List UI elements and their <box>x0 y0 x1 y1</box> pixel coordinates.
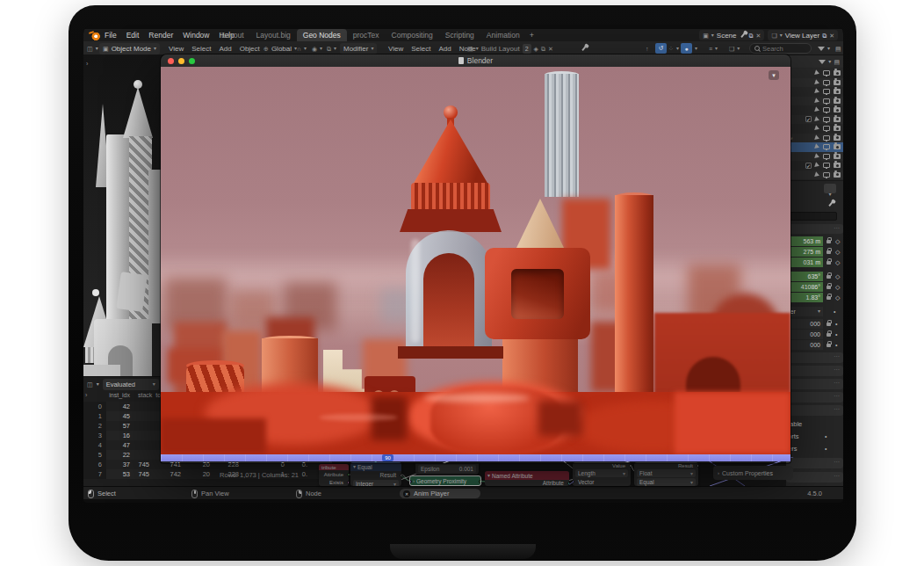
epsilon-field[interactable]: Epsilon 0.001 <box>418 465 476 473</box>
selectable-cursor-icon[interactable] <box>814 134 820 141</box>
viewport-visibility-icon[interactable] <box>823 126 830 131</box>
user-count-badge[interactable]: 2 <box>523 44 531 54</box>
breadcrumb-dropdown[interactable]: ▾ <box>824 184 836 193</box>
render-visibility-icon[interactable] <box>834 144 841 149</box>
close-traffic-light[interactable] <box>168 58 174 64</box>
menu-window[interactable]: Window <box>183 31 209 40</box>
overlay-selector[interactable]: ●▾ <box>681 41 697 55</box>
scene-selector[interactable]: ▣ ▾ Scene ⧉ ✕ <box>699 30 764 40</box>
mode-selector[interactable]: ▣ Object Mode ▾ <box>99 41 160 55</box>
socket-dot-green[interactable] <box>347 473 349 476</box>
filter-button[interactable]: ▾ <box>818 41 830 55</box>
pin-toggle[interactable] <box>581 41 588 55</box>
search-input[interactable] <box>762 45 806 53</box>
animate-dot-icon[interactable]: • <box>835 331 837 337</box>
menu-file[interactable]: File <box>105 31 117 40</box>
transform-field-keyed[interactable]: 635° <box>786 272 823 281</box>
outliner-row[interactable]: ∿ <box>786 134 843 143</box>
node-vector-math[interactable]: Value Length ▾ Vector <box>573 462 631 486</box>
parent-snap-icon[interactable]: ↑ <box>646 41 649 55</box>
outliner-row[interactable] <box>786 171 843 180</box>
viewport-menu-select[interactable]: Select <box>191 45 211 53</box>
node-menu-view[interactable]: View <box>388 45 403 53</box>
lock-icon[interactable] <box>827 296 831 300</box>
new-scene-icon[interactable]: ⧉ <box>749 33 754 39</box>
render-visibility-icon[interactable] <box>834 89 841 94</box>
selectable-cursor-icon[interactable] <box>814 79 820 85</box>
frame-indicator[interactable]: 90 <box>382 454 393 461</box>
lock-icon[interactable] <box>827 240 831 243</box>
copy-icon[interactable]: ⧉ <box>541 46 545 52</box>
viewport-visibility-icon[interactable] <box>823 144 830 149</box>
node-tree-selector[interactable]: ▤▾ Build Layout 2 ◈ ⧉ ✕ <box>467 41 553 55</box>
tab-geo-nodes[interactable]: Geo Nodes <box>297 29 347 41</box>
fake-user-shield-icon[interactable]: ◈ <box>534 46 538 52</box>
node-context-selector[interactable]: Modifier ▾ <box>340 41 377 55</box>
close-icon[interactable]: ✕ <box>756 33 762 39</box>
rotation-mode-dropdown[interactable]: ler ▾ <box>786 307 823 316</box>
outliner-row[interactable] <box>786 97 843 106</box>
render-window[interactable]: Blender <box>161 54 790 463</box>
sidebar-toggle-arrow[interactable]: › <box>86 61 88 67</box>
viewport-visibility-icon[interactable] <box>823 135 830 141</box>
transform-field-keyed[interactable]: 1.83° <box>786 293 823 302</box>
viewport-visibility-icon[interactable] <box>823 98 830 104</box>
node-named-attribute[interactable]: ▾ Named Attribute Attribute <box>485 471 569 486</box>
selectable-cursor-icon[interactable] <box>814 98 820 104</box>
playback-timeline[interactable]: 90 <box>161 454 790 461</box>
viewport-visibility-icon[interactable] <box>823 80 830 85</box>
socket-dot-gray[interactable] <box>400 474 401 477</box>
lock-icon[interactable] <box>827 261 831 265</box>
tab-layout-big[interactable]: Layout.big <box>250 29 297 41</box>
lock-icon[interactable] <box>827 323 831 326</box>
proportional-editing-toggle[interactable]: ◉▾ <box>312 41 322 55</box>
checkbox[interactable]: ✓ <box>805 163 812 169</box>
selectable-cursor-icon[interactable] <box>814 70 820 76</box>
menu-render[interactable]: Render <box>148 31 173 40</box>
selectable-cursor-icon[interactable] <box>814 171 820 178</box>
pin-icon[interactable] <box>740 33 745 38</box>
render-visibility-icon[interactable] <box>834 117 841 122</box>
viewport-menu-object[interactable]: Object <box>240 45 260 53</box>
node-compare-float[interactable]: Result Float ▾ Equal ▾ <box>634 462 698 486</box>
pin-icon[interactable] <box>828 201 833 207</box>
keyframe-diamond-icon[interactable]: ◇ <box>835 273 840 279</box>
snap-node-toggle[interactable]: ↺ <box>655 41 667 55</box>
selectable-cursor-icon[interactable] <box>814 89 820 95</box>
checkbox[interactable]: ✓ <box>805 116 812 122</box>
dataset-selector[interactable]: Evaluated ▾ <box>103 379 159 390</box>
keyframe-diamond-icon[interactable]: ◇ <box>835 249 840 255</box>
outliner-row[interactable] <box>786 78 843 88</box>
minimize-traffic-light[interactable] <box>178 58 184 64</box>
object-name-field[interactable] <box>788 212 837 221</box>
lock-icon[interactable] <box>827 250 831 254</box>
display-mode-selector[interactable]: ≡▾ <box>709 41 718 55</box>
node-named-attribute-fragment[interactable]: tribute Attribute Exists <box>319 464 349 486</box>
node-editor-type[interactable]: ⧉▾ <box>327 41 336 55</box>
node-geometry-proximity[interactable]: › Geometry Proximity <box>409 475 481 486</box>
custom-properties-panel[interactable]: › Custom Properties <box>713 466 793 480</box>
snap-toggle[interactable]: ∩▾ <box>297 41 307 55</box>
zoom-traffic-light[interactable] <box>189 58 195 64</box>
view-layer-selector[interactable]: ❏ ▾ View Layer ⧉ ✕ <box>768 30 838 40</box>
new-collection-icon[interactable]: ▤ <box>834 59 840 65</box>
unlink-icon[interactable]: ✕ <box>548 46 553 52</box>
keyframe-diamond-icon[interactable]: ◇ <box>835 294 840 301</box>
render-visibility-icon[interactable] <box>834 70 841 76</box>
transform-field-keyed[interactable]: 563 m <box>786 236 823 246</box>
socket-dot-gray[interactable] <box>629 464 631 468</box>
outliner-row[interactable] <box>786 87 843 97</box>
render-visibility-icon[interactable] <box>834 135 841 141</box>
outliner-row[interactable]: ✓ <box>786 161 843 171</box>
keyframe-diamond-icon[interactable]: ◇ <box>835 238 840 244</box>
transform-field[interactable]: 000 <box>786 319 823 329</box>
selectable-cursor-icon[interactable] <box>814 116 820 122</box>
outliner-row[interactable] <box>786 152 843 162</box>
transform-field-keyed[interactable]: 031 m <box>786 258 823 267</box>
lock-icon[interactable] <box>827 344 831 347</box>
menu-edit[interactable]: Edit <box>126 31 140 40</box>
outliner-row[interactable]: ✓ <box>786 115 843 125</box>
node-menu-add[interactable]: Add <box>438 45 451 53</box>
orientation-selector[interactable]: ⊕ Global ▾ <box>263 41 297 55</box>
operation-dropdown[interactable]: Equal ▾ <box>637 478 696 486</box>
